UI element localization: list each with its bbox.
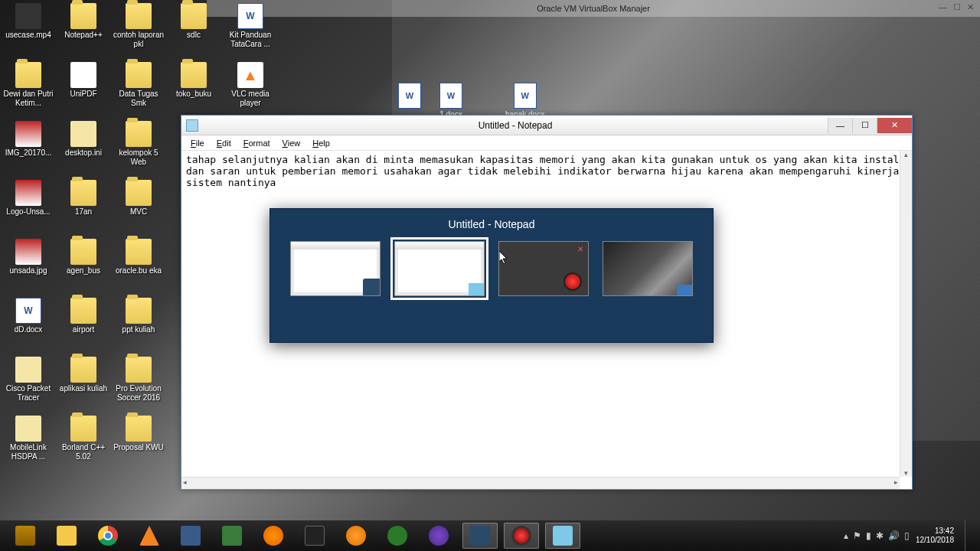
alt-tab-switcher[interactable]: Untitled - Notepad ✕ [270,208,714,343]
show-desktop-button[interactable] [965,520,971,551]
desktop-icon-label: IMG_20170... [5,148,52,158]
folder-icon [57,526,77,546]
desktop-icon[interactable]: MobileLink HSDPA ... [2,414,55,473]
desktop-icon[interactable]: ppt kuliah [112,296,165,355]
folder-icon [181,62,207,88]
desktop-icon[interactable]: contoh laporan pkl [112,2,165,60]
folder-icon [126,239,152,265]
desktop-icon[interactable]: Dewi dan Putri Ketim... [2,60,55,119]
desktop-icon-label: ppt kuliah [122,325,155,334]
desktop-icon-label: agen_bus [67,266,100,276]
close-button[interactable]: ✕ [877,118,912,133]
minimize-button[interactable]: — [828,118,852,133]
taskbar-explorer[interactable] [49,523,84,549]
desktop-icon[interactable]: unsada.jpg [2,237,55,296]
clock-time: 13:42 [916,527,954,536]
alt-tab-item-desktop[interactable] [603,241,693,296]
folder-icon [15,62,41,88]
taskbar-app[interactable] [173,523,208,549]
desktop-icon[interactable]: WdD.docx [2,296,55,355]
menu-format[interactable]: Format [237,137,276,149]
tray-icons[interactable]: ▴ ⚑ ▮ ✱ 🔊 ▯ [844,530,910,541]
desktop-file[interactable]: Wbapak.docx [505,83,544,119]
taskbar-firefox[interactable] [256,523,291,549]
pdf-icon [70,62,96,88]
maximize-icon[interactable]: ☐ [953,2,961,12]
virtualbox-window-controls: — ☐ ✕ [939,2,974,12]
desktop-icon[interactable]: Cisco Packet Tracer [2,355,55,414]
taskbar-app[interactable] [214,523,250,549]
taskbar-notepad[interactable] [545,523,580,549]
desktop-icon[interactable]: airport [57,296,110,355]
desktop-icon[interactable]: Borland C++ 5.02 [57,414,110,473]
desktop-icon[interactable]: sdlc [167,2,220,60]
taskbar-clock[interactable]: 13:42 12/10/2018 [916,527,954,545]
word-icon: W [514,83,537,109]
alt-tab-item-recorder[interactable]: ✕ [498,241,589,296]
img-icon [15,121,41,147]
taskbar-virtualbox[interactable] [462,523,498,549]
network-icon[interactable]: ▮ [866,530,871,541]
chevron-up-icon[interactable]: ▴ [844,530,848,541]
taskbar-chrome[interactable] [90,523,126,549]
system-tray: ▴ ⚑ ▮ ✱ 🔊 ▯ 13:42 12/10/2018 [844,520,975,551]
close-icon[interactable]: ✕ [967,2,974,12]
desktop-icon[interactable]: usecase.mp4 [2,2,55,60]
alt-tab-item-virtualbox[interactable] [290,241,381,296]
desktop-file[interactable]: W [398,83,421,110]
alt-tab-item-notepad[interactable] [394,241,485,296]
desktop-icon[interactable]: kelompok 5 Web [112,119,165,178]
menu-edit[interactable]: Edit [211,137,237,149]
folder-icon [70,298,96,324]
notepad-titlebar[interactable]: Untitled - Notepad — ☐ ✕ [181,116,912,135]
close-icon: ✕ [577,245,585,253]
desktop-icon[interactable]: Proposal KWU [112,414,165,473]
desktop-icon[interactable]: oracle.bu eka [112,237,165,296]
start-button[interactable] [8,523,43,549]
desktop-icon[interactable]: Logo-Unsa... [2,178,55,237]
desktop-icon-label: Dewi dan Putri Ketim... [2,90,54,107]
desktop-icon[interactable]: ▲ VLC media player [224,60,277,107]
folder-icon [181,3,207,29]
desktop-icon[interactable]: Pro Evolution Soccer 2016 [112,355,165,414]
desktop-icon-label: kelompok 5 Web [113,148,165,166]
desktop-icon[interactable]: Notepad++ [57,2,110,60]
flag-icon[interactable]: ⚑ [853,530,861,541]
chrome-icon [98,526,118,546]
desktop-icon[interactable]: 17an [57,178,110,237]
word-icon: W [237,3,263,29]
desktop-icon[interactable]: W Kit Panduan TataCara ... [224,2,277,48]
desktop-icon[interactable]: desktop.ini [57,119,110,178]
desktop-icon[interactable]: MVC [112,178,165,237]
taskbar-cmd[interactable] [297,523,332,549]
menu-file[interactable]: File [185,137,211,149]
taskbar-vlc[interactable] [132,523,167,549]
desktop-icon-label: Cisco Packet Tracer [2,384,54,402]
taskbar-app[interactable] [338,523,374,549]
desktop-icon[interactable]: toko_buku [167,60,220,119]
battery-icon[interactable]: ▯ [904,530,910,541]
desktop-file[interactable]: W1.docx [439,83,462,119]
menu-view[interactable]: View [276,137,307,149]
desktop-icon-label: sdlc [187,31,201,40]
taskbar-app[interactable] [380,523,415,549]
maximize-button[interactable]: ☐ [852,118,877,133]
folder-icon [70,416,96,442]
volume-icon[interactable]: 🔊 [888,530,900,541]
desktop-icon[interactable]: UniPDF [57,60,110,119]
taskbar-recorder[interactable] [504,523,539,549]
desktop-icon[interactable]: Data Tugas Smk [112,60,165,119]
vertical-scrollbar[interactable] [900,151,912,477]
horizontal-scrollbar[interactable] [181,477,900,489]
taskbar-app[interactable] [421,523,456,549]
menu-help[interactable]: Help [306,137,336,149]
desktop-icon[interactable]: IMG_20170... [2,119,55,178]
minimize-icon[interactable]: — [939,2,947,12]
terminal-icon [305,526,325,546]
notepad-icon [553,526,573,546]
folder-icon [70,239,96,265]
desktop-icon[interactable]: aplikasi kuliah [57,355,110,414]
desktop-icon-label: Borland C++ 5.02 [57,443,109,461]
bluetooth-icon[interactable]: ✱ [876,530,884,541]
desktop-icon[interactable]: agen_bus [57,237,110,296]
